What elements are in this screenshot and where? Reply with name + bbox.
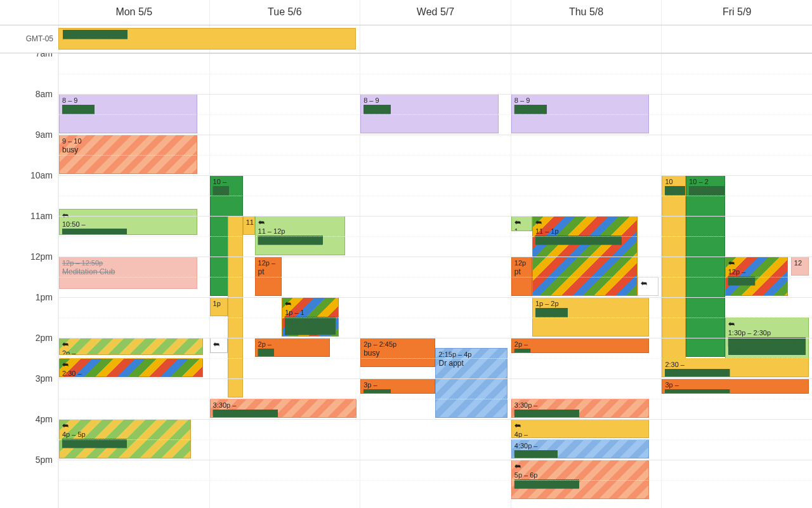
calendar-event[interactable]: ➦1p – 1Biking in ██████ [282, 297, 339, 337]
calendar-event[interactable]: ➦11 – 12p████████████ [255, 216, 345, 255]
calendar-event[interactable]: 8 – 9█████ [360, 94, 499, 133]
event-time: 12p [514, 258, 529, 267]
calendar-event[interactable]: 2:30 –████████████ [662, 358, 809, 377]
allday-col-wed[interactable] [360, 25, 511, 53]
halfhour-gridline [58, 155, 812, 156]
event-time: 10 [665, 177, 683, 186]
allday-event[interactable]: ████████████ [58, 28, 356, 50]
calendar-event[interactable]: ➦11 – 1p████████████████ [532, 216, 638, 296]
calendar-event[interactable]: 3:30p –████████████ [511, 399, 650, 418]
calendar-event[interactable]: ➦5p – 6p████████████ [511, 460, 650, 499]
calendar-event[interactable]: ➦2p –████████ Weekly ██ [59, 338, 203, 355]
event-time: 2p – [514, 340, 646, 349]
calendar-event[interactable]: ➦4p –█████ [511, 419, 650, 438]
calendar-event[interactable]: 12p – 12:50pMeditation Club [59, 257, 197, 289]
calendar-event[interactable]: 2p –███ [255, 338, 330, 357]
event-title: ████████████ [62, 229, 127, 235]
calendar-event[interactable]: 12ppt [511, 257, 532, 296]
hour-label: 9am [0, 130, 58, 170]
event-title: ██████ [62, 105, 95, 114]
calendar-event[interactable]: ➦ [638, 277, 658, 296]
hour-label: 10am [0, 170, 58, 211]
calendar-week-view: Mon 5/5 Tue 5/6 Wed 5/7 Thu 5/8 Fri 5/9 … [0, 0, 812, 508]
calendar-event[interactable]: ➦4p – 5p████████████ [59, 419, 191, 458]
calendar-event[interactable]: 1p [210, 297, 228, 316]
event-time: 1p – 1 [285, 308, 336, 317]
event-title: ███ [213, 186, 230, 195]
allday-grid[interactable]: ████████████ [58, 25, 812, 53]
hour-gridline [58, 53, 812, 54]
calendar-event[interactable]: ➦2:30 –██████ Weekly [59, 358, 203, 377]
calendar-event[interactable]: 2p –███ [511, 338, 650, 353]
calendar-event[interactable]: 12 [791, 257, 809, 276]
reply-icon: ➦ [62, 360, 69, 369]
calendar-event[interactable]: 4:30p –████████ [511, 439, 650, 458]
event-time: 12p – [258, 258, 279, 267]
calendar-event[interactable]: 10 – 2████████████ [686, 175, 725, 357]
halfhour-gridline [58, 439, 812, 440]
allday-col-fri[interactable] [661, 25, 812, 53]
calendar-event[interactable]: 8 – 9██████ [511, 94, 650, 133]
calendar-event[interactable]: 12p –pt [255, 257, 282, 296]
calendar-event[interactable]: ➦1 [511, 216, 532, 231]
event-title: ██████ [535, 308, 568, 317]
calendar-event[interactable]: ➦12p –█████ [725, 257, 788, 296]
hour-gridline [58, 378, 812, 379]
event-time: 2p – 2:45p [363, 340, 432, 349]
event-time: 4p – [514, 430, 646, 438]
calendar-event[interactable]: 8 – 9██████ [59, 94, 197, 133]
event-time: 1 [514, 227, 529, 231]
calendar-event[interactable]: 3:30p –████████████ [210, 399, 357, 418]
event-title: busy [363, 349, 379, 358]
halfhour-gridline [58, 480, 812, 481]
calendar-event[interactable]: 1p – 2p██████ [532, 297, 650, 337]
reply-icon: ➦ [641, 279, 647, 288]
day-header-wed[interactable]: Wed 5/7 [360, 0, 511, 25]
calendar-event[interactable]: 9 – 10busy [59, 135, 197, 174]
hours-column: 7am8am9am10am11am12pm1pm2pm3pm4pm5pm [0, 53, 58, 508]
calendar-event[interactable] [228, 216, 243, 398]
event-title: █████ [728, 276, 756, 285]
allday-col-thu[interactable] [511, 25, 662, 53]
hour-label: 12pm [0, 251, 58, 292]
reply-icon: ➦ [728, 319, 735, 328]
hour-gridline [58, 175, 812, 176]
calendar-event[interactable]: 11 [243, 216, 255, 235]
hour-label: 2pm [0, 333, 58, 373]
day-header-tue[interactable]: Tue 5/6 [209, 0, 360, 25]
day-header-thu[interactable]: Thu 5/8 [511, 0, 662, 25]
halfhour-gridline [58, 236, 812, 237]
hour-gridline [58, 135, 812, 135]
event-time: 2p – [62, 349, 200, 355]
event-time: 11 – 1p [535, 227, 634, 236]
day-header-mon[interactable]: Mon 5/5 [58, 0, 209, 25]
event-time: 2:30 – [62, 369, 200, 377]
reply-icon: ➦ [514, 462, 521, 471]
calendar-event[interactable]: 3p –█████ [360, 378, 435, 394]
calendar-event[interactable]: ➦ [210, 338, 228, 353]
halfhour-gridline [58, 318, 812, 318]
halfhour-gridline [58, 358, 812, 359]
event-title: ███ [258, 349, 275, 357]
reply-icon: ➦ [258, 218, 265, 227]
event-time: 2:30 – [665, 360, 806, 369]
event-title: ████████████ [258, 236, 323, 244]
reply-icon: ➦ [514, 421, 521, 430]
calendar-event[interactable]: ➦10:50 –████████████ [59, 209, 197, 235]
event-time: 1:30p – 2:30p [728, 328, 806, 337]
event-title: █████ [363, 105, 391, 114]
event-time: 11 [246, 218, 252, 227]
calendar-event[interactable]: 10████████████ [662, 175, 686, 377]
hour-label: 7am [0, 53, 58, 89]
event-time: 8 – 9 [514, 96, 646, 105]
halfhour-gridline [58, 114, 812, 115]
event-title: ████████ [514, 450, 558, 458]
day-header-fri[interactable]: Fri 5/9 [661, 0, 812, 25]
event-title: ████████████ [514, 479, 579, 488]
calendar-event[interactable]: 3p –████████████ [662, 378, 809, 394]
calendar-event[interactable]: 2p – 2:45pbusy [360, 338, 435, 367]
event-title: ████████████ [665, 389, 730, 394]
hour-label: 3pm [0, 373, 58, 414]
hour-label: 8am [0, 89, 58, 130]
event-time: 3:30p – [213, 401, 354, 410]
